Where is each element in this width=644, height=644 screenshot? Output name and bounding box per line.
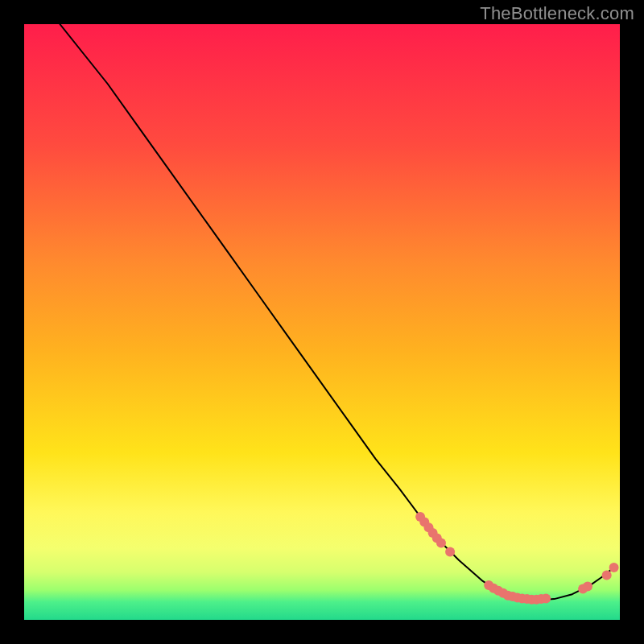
data-marker (436, 539, 446, 548)
watermark-label: TheBottleneck.com (480, 3, 634, 24)
data-marker (609, 563, 619, 572)
data-marker (445, 547, 455, 557)
plot-area (24, 24, 620, 620)
figure-stage: TheBottleneck.com (0, 0, 644, 644)
data-marker (583, 582, 592, 592)
bottleneck-curve (60, 24, 613, 601)
data-marker (541, 593, 551, 603)
curve-layer (24, 24, 620, 620)
data-marker (602, 571, 612, 580)
